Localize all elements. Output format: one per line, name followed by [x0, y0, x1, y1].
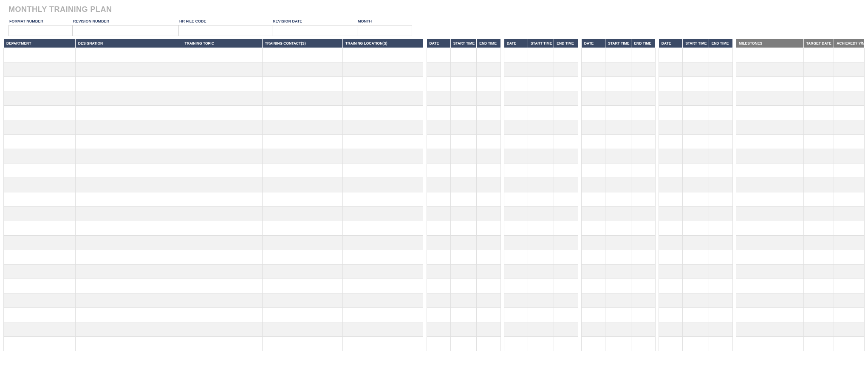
- table-cell[interactable]: [581, 265, 605, 279]
- table-cell[interactable]: [683, 308, 709, 322]
- table-cell[interactable]: [450, 135, 476, 149]
- table-cell[interactable]: [262, 149, 342, 164]
- table-cell[interactable]: [631, 149, 655, 164]
- table-cell[interactable]: [659, 322, 682, 337]
- table-cell[interactable]: [736, 62, 803, 77]
- table-cell[interactable]: [631, 308, 655, 322]
- table-cell[interactable]: [528, 322, 554, 337]
- table-cell[interactable]: [477, 293, 500, 308]
- table-cell[interactable]: [343, 250, 423, 265]
- table-cell[interactable]: [834, 135, 865, 149]
- table-cell[interactable]: [605, 293, 631, 308]
- table-cell[interactable]: [75, 120, 182, 135]
- table-cell[interactable]: [504, 106, 528, 120]
- table-cell[interactable]: [504, 48, 528, 62]
- table-cell[interactable]: [477, 308, 500, 322]
- table-cell[interactable]: [450, 178, 476, 192]
- table-cell[interactable]: [343, 149, 423, 164]
- table-cell[interactable]: [262, 279, 342, 293]
- table-cell[interactable]: [4, 279, 76, 293]
- table-cell[interactable]: [75, 192, 182, 207]
- table-cell[interactable]: [75, 178, 182, 192]
- table-cell[interactable]: [182, 192, 262, 207]
- table-cell[interactable]: [803, 106, 834, 120]
- table-cell[interactable]: [450, 62, 476, 77]
- table-cell[interactable]: [581, 106, 605, 120]
- table-cell[interactable]: [4, 77, 76, 91]
- table-cell[interactable]: [803, 178, 834, 192]
- table-cell[interactable]: [262, 322, 342, 337]
- table-cell[interactable]: [683, 192, 709, 207]
- table-cell[interactable]: [834, 279, 865, 293]
- table-cell[interactable]: [659, 221, 682, 236]
- table-cell[interactable]: [75, 293, 182, 308]
- table-cell[interactable]: [631, 77, 655, 91]
- table-cell[interactable]: [605, 250, 631, 265]
- table-cell[interactable]: [262, 221, 342, 236]
- table-cell[interactable]: [803, 120, 834, 135]
- table-cell[interactable]: [605, 135, 631, 149]
- table-cell[interactable]: [477, 250, 500, 265]
- table-cell[interactable]: [683, 149, 709, 164]
- table-cell[interactable]: [450, 279, 476, 293]
- table-cell[interactable]: [581, 207, 605, 221]
- table-cell[interactable]: [182, 120, 262, 135]
- table-cell[interactable]: [427, 265, 450, 279]
- table-cell[interactable]: [75, 236, 182, 250]
- table-cell[interactable]: [343, 293, 423, 308]
- table-cell[interactable]: [834, 120, 865, 135]
- table-cell[interactable]: [477, 135, 500, 149]
- table-cell[interactable]: [803, 135, 834, 149]
- table-cell[interactable]: [834, 337, 865, 351]
- table-cell[interactable]: [659, 293, 682, 308]
- table-cell[interactable]: [528, 207, 554, 221]
- table-cell[interactable]: [262, 265, 342, 279]
- table-cell[interactable]: [182, 308, 262, 322]
- table-cell[interactable]: [834, 250, 865, 265]
- table-cell[interactable]: [736, 250, 803, 265]
- table-cell[interactable]: [343, 192, 423, 207]
- table-cell[interactable]: [504, 91, 528, 106]
- table-cell[interactable]: [427, 279, 450, 293]
- table-cell[interactable]: [504, 178, 528, 192]
- table-cell[interactable]: [343, 221, 423, 236]
- table-cell[interactable]: [182, 178, 262, 192]
- table-cell[interactable]: [659, 178, 682, 192]
- table-cell[interactable]: [605, 322, 631, 337]
- table-cell[interactable]: [75, 149, 182, 164]
- table-cell[interactable]: [834, 308, 865, 322]
- table-cell[interactable]: [631, 221, 655, 236]
- table-cell[interactable]: [834, 322, 865, 337]
- table-cell[interactable]: [834, 91, 865, 106]
- table-cell[interactable]: [75, 62, 182, 77]
- table-cell[interactable]: [659, 164, 682, 178]
- table-cell[interactable]: [477, 91, 500, 106]
- table-cell[interactable]: [581, 236, 605, 250]
- table-cell[interactable]: [262, 164, 342, 178]
- table-cell[interactable]: [477, 322, 500, 337]
- table-cell[interactable]: [736, 293, 803, 308]
- table-cell[interactable]: [803, 308, 834, 322]
- table-cell[interactable]: [581, 322, 605, 337]
- table-cell[interactable]: [528, 106, 554, 120]
- table-cell[interactable]: [427, 62, 450, 77]
- table-cell[interactable]: [683, 207, 709, 221]
- table-cell[interactable]: [504, 120, 528, 135]
- table-cell[interactable]: [803, 322, 834, 337]
- table-cell[interactable]: [477, 164, 500, 178]
- table-cell[interactable]: [631, 91, 655, 106]
- table-cell[interactable]: [450, 164, 476, 178]
- table-cell[interactable]: [75, 250, 182, 265]
- table-cell[interactable]: [554, 250, 578, 265]
- table-cell[interactable]: [709, 207, 732, 221]
- table-cell[interactable]: [450, 221, 476, 236]
- table-cell[interactable]: [343, 265, 423, 279]
- table-cell[interactable]: [709, 164, 732, 178]
- table-cell[interactable]: [659, 308, 682, 322]
- table-cell[interactable]: [528, 149, 554, 164]
- table-cell[interactable]: [736, 322, 803, 337]
- table-cell[interactable]: [581, 337, 605, 351]
- table-cell[interactable]: [504, 337, 528, 351]
- table-cell[interactable]: [554, 322, 578, 337]
- table-cell[interactable]: [554, 135, 578, 149]
